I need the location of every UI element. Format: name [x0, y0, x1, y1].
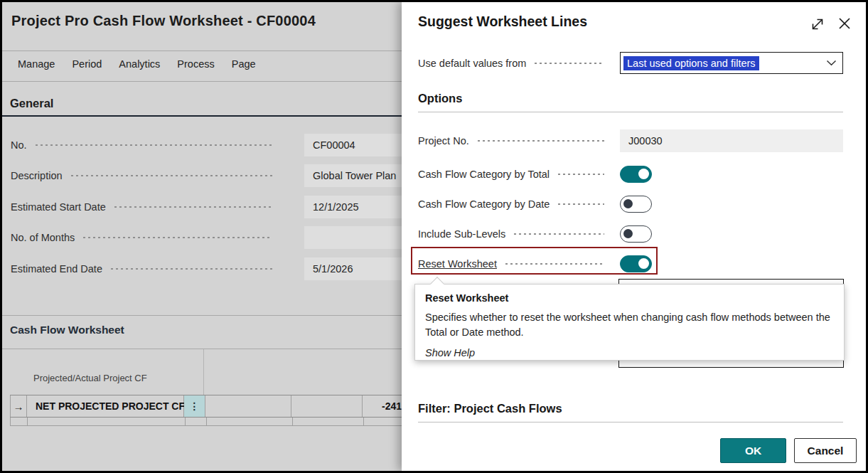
- toggle-label: Cash Flow Category by Date: [418, 198, 550, 210]
- description-field[interactable]: Global Tower Plan: [304, 164, 402, 187]
- dotted-leader: [34, 140, 272, 150]
- expand-dialog-button[interactable]: [808, 15, 827, 33]
- row-name-cell[interactable]: NET PROJECTED PROJECT CF: [27, 395, 184, 417]
- toggle-label: Include Sub-Levels: [418, 228, 505, 240]
- field-row-no: No. CF00004: [2, 134, 402, 156]
- expand-diagonal-arrow-icon: [810, 16, 825, 32]
- divider: [418, 422, 843, 422]
- cancel-button[interactable]: Cancel: [794, 438, 857, 463]
- divider: [418, 112, 843, 112]
- action-menubar: Manage Period Analytics Process Page: [18, 58, 256, 70]
- field-row-estimated-start-date: Estimated Start Date 12/1/2025: [2, 196, 402, 218]
- row-ellipsis-menu-icon[interactable]: ⋮: [184, 395, 205, 417]
- dotted-leader: [113, 202, 272, 212]
- column-header-projected-actual[interactable]: Projected/Actual Project CF: [33, 373, 147, 383]
- reset-worksheet-label[interactable]: Reset Worksheet: [418, 258, 497, 270]
- menu-page[interactable]: Page: [232, 58, 256, 70]
- menu-analytics[interactable]: Analytics: [119, 58, 160, 70]
- toggle-row-include-sub-levels: Include Sub-Levels: [418, 223, 611, 245]
- field-row-no-of-months: No. of Months: [2, 226, 402, 249]
- dialog-title: Suggest Worksheet Lines: [418, 14, 587, 30]
- field-label: No.: [11, 139, 27, 151]
- tooltip-caret: [430, 277, 444, 291]
- dotted-leader: [557, 169, 604, 179]
- page-title: Project Pro Cash Flow Worksheet - CF0000…: [11, 13, 316, 29]
- category-by-date-toggle[interactable]: [620, 196, 652, 213]
- empty-table-row: [10, 418, 402, 426]
- cash-flow-worksheet-window: Project Pro Cash Flow Worksheet - CF0000…: [2, 2, 402, 471]
- menu-process[interactable]: Process: [177, 58, 214, 70]
- estimated-start-date-field[interactable]: 12/1/2025: [304, 196, 402, 218]
- toggle-label: Cash Flow Category by Total: [418, 169, 550, 180]
- ok-button[interactable]: OK: [720, 438, 786, 463]
- dotted-leader: [504, 259, 604, 269]
- project-no-label: Project No.: [418, 135, 469, 147]
- use-default-values-row: Use default values from: [418, 52, 611, 75]
- tooltip-body: Specifies whether to reset the worksheet…: [425, 310, 834, 340]
- no-of-months-field[interactable]: [304, 226, 402, 249]
- reset-worksheet-toggle[interactable]: [620, 255, 652, 272]
- close-dialog-button[interactable]: [835, 14, 854, 33]
- divider: [2, 349, 402, 349]
- dropdown-selected-value: Last used options and filters: [623, 56, 759, 70]
- dotted-leader: [557, 199, 604, 209]
- suggest-worksheet-lines-dialog: Suggest Worksheet Lines Use default valu…: [402, 2, 866, 471]
- filter-section-heading: Filter: Project Cash Flows: [418, 402, 562, 415]
- dotted-leader: [70, 171, 272, 181]
- divider: [2, 315, 402, 316]
- reset-worksheet-tooltip: Reset Worksheet Specifies whether to res…: [414, 284, 845, 361]
- tooltip-title: Reset Worksheet: [425, 292, 834, 304]
- general-underline: [2, 115, 402, 117]
- estimated-end-date-field[interactable]: 5/1/2026: [304, 257, 402, 280]
- chevron-down-icon: [826, 60, 837, 66]
- include-sub-levels-toggle[interactable]: [620, 225, 652, 243]
- divider: [2, 81, 402, 82]
- worksheet-section-heading[interactable]: Cash Flow Worksheet: [10, 324, 124, 336]
- field-label: No. of Months: [11, 232, 75, 243]
- toggle-row-category-by-date: Cash Flow Category by Date: [418, 193, 611, 216]
- dotted-leader: [82, 233, 272, 243]
- menu-period[interactable]: Period: [72, 58, 102, 70]
- project-no-field[interactable]: J00030: [620, 129, 843, 152]
- field-label: Estimated End Date: [11, 263, 102, 275]
- field-label: Description: [11, 170, 63, 181]
- category-by-total-toggle[interactable]: [620, 166, 652, 183]
- project-no-row: Project No.: [418, 129, 611, 152]
- toggle-row-reset-worksheet: Reset Worksheet: [418, 253, 611, 275]
- general-section-heading[interactable]: General: [10, 97, 53, 110]
- menu-manage[interactable]: Manage: [18, 58, 55, 70]
- column-divider: [203, 349, 204, 395]
- show-help-link[interactable]: Show Help: [425, 347, 475, 358]
- dotted-leader: [109, 264, 272, 274]
- dotted-leader: [533, 58, 604, 68]
- empty-cell[interactable]: [205, 395, 291, 417]
- amount-cell[interactable]: -241: [363, 395, 402, 417]
- close-icon: [837, 16, 852, 31]
- no-field[interactable]: CF00004: [304, 134, 402, 156]
- field-row-estimated-end-date: Estimated End Date 5/1/2026: [2, 257, 402, 280]
- empty-cell[interactable]: [291, 395, 363, 417]
- row-pointer-arrow-icon: →: [10, 395, 27, 417]
- use-default-values-dropdown[interactable]: Last used options and filters: [620, 52, 843, 74]
- dotted-leader: [513, 229, 604, 239]
- toggle-row-category-by-total: Cash Flow Category by Total: [418, 163, 611, 186]
- use-default-values-label: Use default values from: [418, 58, 526, 69]
- table-row[interactable]: → NET PROJECTED PROJECT CF ⋮ -241: [10, 395, 402, 418]
- divider: [2, 51, 402, 51]
- field-label: Estimated Start Date: [11, 201, 106, 213]
- options-section-heading: Options: [418, 92, 462, 105]
- screenshot-root: Project Pro Cash Flow Worksheet - CF0000…: [0, 0, 868, 473]
- dotted-leader: [476, 136, 604, 146]
- field-row-description: Description Global Tower Plan: [2, 164, 402, 187]
